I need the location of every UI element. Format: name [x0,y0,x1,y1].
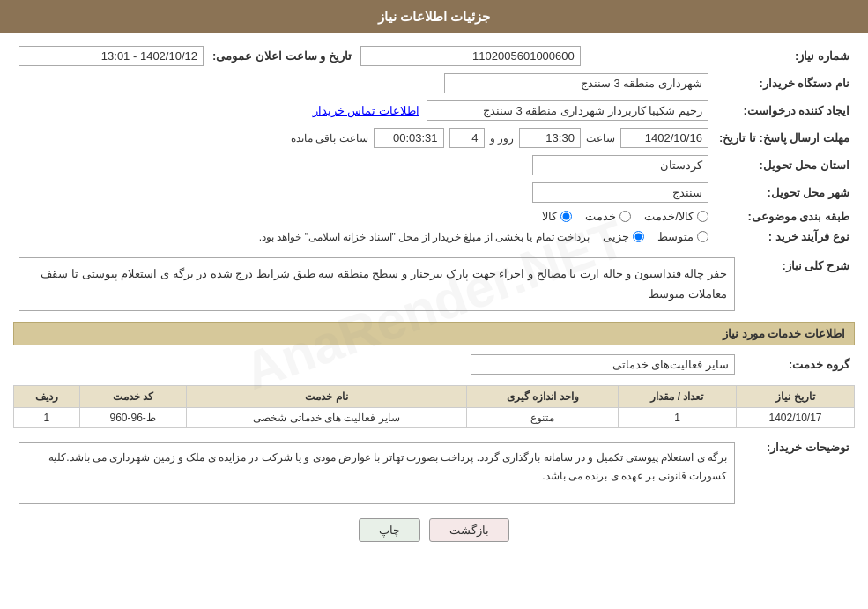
row-name: سایر فعالیت های خدماتی شخصی [186,407,467,427]
dasgah-value: شهرداری منطقه 3 سنندج [444,73,708,93]
col-count: تعداد / مقدار [619,385,737,407]
mohlet-saat: 13:30 [519,128,581,148]
ijad-value: رحیم شکیبا کاربردار شهرداری منطقه 3 سنند… [427,100,708,121]
radio-kala[interactable]: کالا [542,210,572,223]
row-unit: متنوع [467,407,619,427]
mohlet-rooz-label: روز و [490,132,514,145]
shmare-label: شماره نیاز: [714,42,855,70]
col-unit: واحد اندازه گیری [467,385,619,407]
page-title: جزئیات اطلاعات نیاز [0,0,868,33]
tabaghe-label: طبقه بندی موضوعی: [714,206,855,227]
shahr-label: شهر محل تحویل: [714,179,855,206]
ijad-label: ایجاد کننده درخواست: [714,97,855,124]
mohlet-baqi-label: ساعت باقی مانده [291,132,368,145]
jozii-label: جزیی [603,230,629,243]
table-row: 1402/10/17 1 متنوع سایر فعالیت های خدمات… [14,407,855,427]
radio-jozii[interactable]: جزیی [603,230,644,243]
mohlet-date: 1402/10/16 [620,128,708,148]
ostan-value: کردستان [532,155,708,175]
khedmat-label: خدمت [585,210,616,223]
shmare-value: 1102005601000600 [360,46,581,66]
mohlet-baqi: 00:03:31 [374,128,444,148]
ijad-link[interactable]: اطلاعات تماس خریدار [313,104,419,117]
col-name: نام خدمت [186,385,467,407]
mohlet-saat-label: ساعت [586,132,615,145]
mohlet-label: مهلت ارسال پاسخ: تا تاریخ: [714,124,855,152]
nooe-label: نوع فرآیند خرید : [714,227,855,247]
row-count: 1 [619,407,737,427]
tozihat-label: توضیحات خریدار: [740,435,855,508]
mohlet-rooz: 4 [449,128,485,148]
sharh-value: حفر چاله فنداسیون و جاله ارت با مصالح و … [19,257,735,311]
tarikh-label: تاریخ و ساعت اعلان عمومی: [212,49,352,63]
row-code: ط-96-960 [79,407,186,427]
tarikh-value: 1402/10/12 - 13:01 [19,46,204,66]
ostan-label: استان محل تحویل: [714,152,855,179]
row-date: 1402/10/17 [736,407,854,427]
kala-khedmat-label: کالا/خدمت [644,210,694,223]
kala-label: کالا [542,210,557,223]
radio-khedmat[interactable]: خدمت [585,210,631,223]
row-radif: 1 [14,407,80,427]
dasgah-label: نام دستگاه خریدار: [714,70,855,97]
sharh-label: شرح کلی نیاز: [740,254,855,315]
back-button[interactable]: بازگشت [429,518,509,542]
gorohe-value: سایر فعالیت‌های خدماتی [471,354,735,375]
gorohe-label: گروه خدمت: [740,351,855,378]
nooe-note: پرداخت تمام یا بخشی از مبلغ خریدار از مح… [259,231,590,243]
motevaset-label: متوسط [657,230,694,243]
col-date: تاریخ نیاز [736,385,854,407]
services-table: تاریخ نیاز تعداد / مقدار واحد اندازه گیر… [13,385,855,428]
col-radif: ردیف [14,385,80,407]
buttons-row: بازگشت چاپ [13,518,855,542]
print-button[interactable]: چاپ [359,518,420,542]
shahr-value: سنندج [532,182,708,203]
tozihat-value: برگه ی استعلام پیوستی تکمیل و در سامانه … [19,442,735,504]
radio-kala-khedmat[interactable]: کالا/خدمت [644,210,708,223]
khadamat-header: اطلاعات خدمات مورد نیاز [13,322,855,345]
col-code: کد خدمت [79,385,186,407]
radio-motevaset[interactable]: متوسط [657,230,708,243]
